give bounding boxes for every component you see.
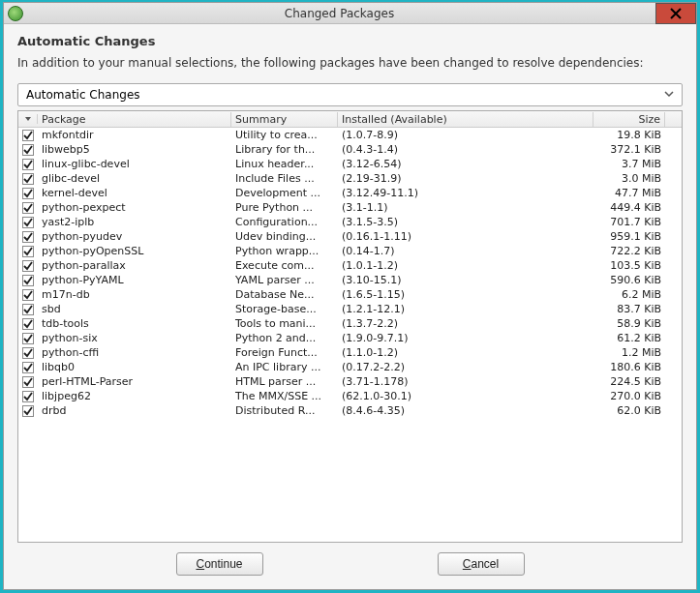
cell-summary: An IPC library ... — [231, 361, 338, 373]
cell-summary: YAML parser ... — [231, 274, 338, 286]
header-size[interactable]: Size — [593, 112, 665, 127]
header-sort-icon[interactable] — [18, 114, 38, 124]
cell-summary: Execute com... — [231, 259, 338, 272]
table-row[interactable]: python-cffiForeign Funct...(1.1.0-1.2)1.… — [18, 345, 682, 360]
install-check-icon[interactable] — [18, 391, 38, 402]
table-row[interactable]: sbdStorage-base...(1.2.1-12.1)83.7 KiB — [18, 302, 682, 316]
install-check-icon[interactable] — [18, 202, 38, 214]
cell-package: python-pyudev — [38, 230, 231, 243]
cell-package: sbd — [38, 303, 231, 315]
cell-installed: (0.14-1.7) — [338, 245, 593, 257]
titlebar: Changed Packages — [4, 3, 696, 24]
cell-size: 61.2 KiB — [593, 332, 665, 344]
cell-installed: (3.12.49-11.1) — [338, 187, 593, 199]
install-check-icon[interactable] — [18, 159, 38, 170]
table-row[interactable]: python-pyudevUdev binding...(0.16.1-1.11… — [18, 229, 682, 244]
cell-summary: Development ... — [231, 187, 338, 199]
cell-installed: (8.4.6-4.35) — [338, 404, 593, 417]
cell-package: python-pyOpenSSL — [38, 245, 231, 257]
cell-package: python-cffi — [38, 346, 231, 359]
cell-summary: Include Files ... — [231, 172, 338, 185]
cell-package: libwebp5 — [38, 143, 231, 156]
cell-package: python-PyYAML — [38, 274, 231, 286]
table-row[interactable]: libwebp5Library for th...(0.4.3-1.4)372.… — [18, 142, 682, 157]
cell-installed: (3.1-1.1) — [338, 201, 593, 214]
continue-button[interactable]: Continue — [176, 552, 263, 576]
category-dropdown[interactable]: Automatic Changes — [17, 83, 683, 106]
cell-size: 1.2 MiB — [593, 346, 665, 359]
header-package[interactable]: Package — [38, 112, 231, 127]
cell-package: python-six — [38, 332, 231, 344]
install-check-icon[interactable] — [18, 376, 38, 388]
install-check-icon[interactable] — [18, 130, 38, 141]
cell-installed: (3.1.5-3.5) — [338, 216, 593, 228]
table-row[interactable]: perl-HTML-ParserHTML parser ...(3.71-1.1… — [18, 374, 682, 389]
table-header: Package Summary Installed (Available) Si… — [18, 111, 682, 128]
install-check-icon[interactable] — [18, 318, 38, 330]
install-check-icon[interactable] — [18, 231, 38, 243]
install-check-icon[interactable] — [18, 144, 38, 156]
cell-installed: (1.0.7-8.9) — [338, 129, 593, 141]
table-row[interactable]: m17n-dbDatabase Ne...(1.6.5-1.15)6.2 MiB — [18, 287, 682, 302]
install-check-icon[interactable] — [18, 275, 38, 286]
cell-installed: (1.6.5-1.15) — [338, 288, 593, 301]
table-row[interactable]: kernel-develDevelopment ...(3.12.49-11.1… — [18, 186, 682, 200]
cell-installed: (1.0.1-1.2) — [338, 259, 593, 272]
install-check-icon[interactable] — [18, 362, 38, 373]
table-row[interactable]: python-parallaxExecute com...(1.0.1-1.2)… — [18, 258, 682, 273]
table-row[interactable]: python-sixPython 2 and...(1.9.0-9.7.1)61… — [18, 331, 682, 345]
install-check-icon[interactable] — [18, 188, 38, 199]
cell-summary: Configuration... — [231, 216, 338, 228]
cell-package: drbd — [38, 404, 231, 417]
table-row[interactable]: tdb-toolsTools to mani...(1.3.7-2.2)58.9… — [18, 316, 682, 331]
install-check-icon[interactable] — [18, 173, 38, 185]
cell-size: 701.7 KiB — [593, 216, 665, 228]
cell-size: 3.7 MiB — [593, 158, 665, 170]
table-row[interactable]: python-pyOpenSSLPython wrapp...(0.14-1.7… — [18, 244, 682, 258]
cell-installed: (1.3.7-2.2) — [338, 317, 593, 330]
table-row[interactable]: drbdDistributed R...(8.4.6-4.35)62.0 KiB — [18, 403, 682, 418]
section-description: In addition to your manual selections, t… — [17, 56, 683, 70]
table-row[interactable]: mkfontdirUtility to crea...(1.0.7-8.9)19… — [18, 128, 682, 142]
cell-size: 47.7 MiB — [593, 187, 665, 199]
install-check-icon[interactable] — [18, 217, 38, 228]
install-check-icon[interactable] — [18, 333, 38, 344]
package-table[interactable]: Package Summary Installed (Available) Si… — [17, 110, 683, 543]
install-check-icon[interactable] — [18, 304, 38, 315]
cell-size: 722.2 KiB — [593, 245, 665, 257]
cell-summary: Python wrapp... — [231, 245, 338, 257]
cell-size: 19.8 KiB — [593, 129, 665, 141]
cell-installed: (3.10-15.1) — [338, 274, 593, 286]
cell-package: libqb0 — [38, 361, 231, 373]
cell-package: python-pexpect — [38, 201, 231, 214]
cell-size: 224.5 KiB — [593, 375, 665, 388]
install-check-icon[interactable] — [18, 347, 38, 359]
header-installed[interactable]: Installed (Available) — [338, 112, 593, 127]
table-row[interactable]: libqb0An IPC library ...(0.17.2-2.2)180.… — [18, 360, 682, 374]
install-check-icon[interactable] — [18, 405, 38, 417]
cell-package: yast2-iplb — [38, 216, 231, 228]
cell-size: 449.4 KiB — [593, 201, 665, 214]
dropdown-selected: Automatic Changes — [26, 88, 140, 102]
install-check-icon[interactable] — [18, 289, 38, 301]
table-row[interactable]: libjpeg62The MMX/SSE ...(62.1.0-30.1)270… — [18, 389, 682, 403]
cell-summary: The MMX/SSE ... — [231, 390, 338, 402]
cell-summary: Distributed R... — [231, 404, 338, 417]
table-row[interactable]: linux-glibc-develLinux header...(3.12-6.… — [18, 157, 682, 171]
cell-installed: (1.1.0-1.2) — [338, 346, 593, 359]
table-row[interactable]: glibc-develInclude Files ...(2.19-31.9)3… — [18, 171, 682, 186]
table-row[interactable]: python-pexpectPure Python ...(3.1-1.1)44… — [18, 200, 682, 215]
table-row[interactable]: python-PyYAMLYAML parser ...(3.10-15.1)5… — [18, 273, 682, 287]
cell-summary: HTML parser ... — [231, 375, 338, 388]
cell-installed: (0.16.1-1.11) — [338, 230, 593, 243]
window-title: Changed Packages — [23, 7, 655, 20]
cell-size: 372.1 KiB — [593, 143, 665, 156]
cell-summary: Udev binding... — [231, 230, 338, 243]
cell-size: 180.6 KiB — [593, 361, 665, 373]
header-summary[interactable]: Summary — [231, 112, 338, 127]
install-check-icon[interactable] — [18, 260, 38, 272]
cancel-button[interactable]: Cancel — [438, 552, 525, 576]
install-check-icon[interactable] — [18, 246, 38, 257]
close-button[interactable] — [655, 3, 696, 24]
table-row[interactable]: yast2-iplbConfiguration...(3.1.5-3.5)701… — [18, 215, 682, 229]
